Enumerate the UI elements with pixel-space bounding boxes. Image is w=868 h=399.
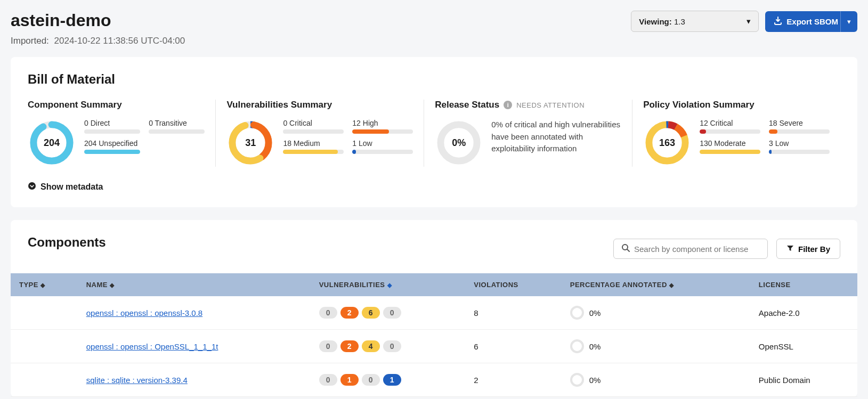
vuln-pill: 2 xyxy=(340,340,359,352)
component-summary: Component Summary 204 0 Direct 0 Trans xyxy=(28,100,216,167)
policy-title: Policy Violation Summary xyxy=(643,100,830,110)
component-total: 204 xyxy=(28,119,76,167)
vuln-pill: 0 xyxy=(319,340,337,352)
vuln-pills: 0240 xyxy=(319,340,457,352)
vuln-donut: 31 xyxy=(226,119,274,167)
policy-severe: 18 Severe xyxy=(769,119,830,127)
col-name[interactable]: NAME◆ xyxy=(78,273,311,296)
sort-icon: ◆ xyxy=(40,282,45,288)
cell-violations: 6 xyxy=(465,330,561,363)
components-card: Components Filter By TYPE◆ NAME◆ VULNERA… xyxy=(11,220,857,397)
vuln-pill: 0 xyxy=(383,307,401,319)
col-pct[interactable]: PERCENTAGE ANNOTATED◆ xyxy=(562,273,750,296)
bill-of-material-card: Bill of Material Component Summary 204 0… xyxy=(11,57,857,207)
col-violations: VIOLATIONS xyxy=(465,273,561,296)
cell-pct: 0% xyxy=(570,306,742,320)
page-title: astein-demo xyxy=(11,11,185,30)
policy-donut: 163 xyxy=(643,119,691,167)
critical-count: 0 Critical xyxy=(283,119,344,127)
direct-count: 0 Direct xyxy=(84,119,140,127)
sort-icon: ◆ xyxy=(110,282,115,288)
viewing-label: Viewing: xyxy=(639,17,671,26)
components-table: TYPE◆ NAME◆ VULNERABILITIES◆ VIOLATIONS … xyxy=(11,273,857,397)
viewing-dropdown[interactable]: Viewing: 1.3 ▾ xyxy=(631,11,759,32)
unspecified-count: 204 Unspecified xyxy=(84,139,140,148)
search-input[interactable] xyxy=(634,245,760,254)
transitive-count: 0 Transitive xyxy=(149,119,205,127)
policy-low: 3 Low xyxy=(769,139,830,148)
components-title: Components xyxy=(28,235,106,250)
component-link[interactable]: sqlite : sqlite : version-3.39.4 xyxy=(86,376,188,385)
vuln-total: 31 xyxy=(226,119,274,167)
col-type[interactable]: TYPE◆ xyxy=(11,273,78,296)
vuln-pill: 0 xyxy=(319,374,337,386)
release-title: Release Status xyxy=(435,100,499,110)
bom-title: Bill of Material xyxy=(28,72,840,87)
vuln-pill: 0 xyxy=(362,374,380,386)
cell-violations: 8 xyxy=(465,296,561,330)
export-label: Export SBOM xyxy=(786,17,838,26)
chevron-down-icon: ▾ xyxy=(847,18,851,26)
high-count: 12 High xyxy=(352,119,413,127)
release-pct: 0% xyxy=(435,119,483,167)
vuln-pill: 2 xyxy=(340,307,359,319)
vuln-pills: 0260 xyxy=(319,307,457,319)
vuln-pill: 1 xyxy=(383,374,401,386)
show-metadata-toggle[interactable]: Show metadata xyxy=(28,182,840,192)
component-link[interactable]: openssl : openssl : openssl-3.0.8 xyxy=(86,308,202,317)
col-license: LICENSE xyxy=(750,273,857,296)
download-icon xyxy=(774,17,782,27)
cell-license: Apache-2.0 xyxy=(750,296,857,330)
chevron-down-icon: ▾ xyxy=(747,17,751,26)
export-dropdown-button[interactable]: ▾ xyxy=(840,11,857,32)
sort-icon: ◆ xyxy=(669,282,674,288)
table-row: sqlite : sqlite : version-3.39.4 0101 2 … xyxy=(11,363,857,397)
vuln-pill: 1 xyxy=(340,374,359,386)
medium-count: 18 Medium xyxy=(283,139,344,148)
filter-label: Filter By xyxy=(798,245,830,254)
release-donut: 0% xyxy=(435,119,483,167)
search-icon xyxy=(621,243,630,254)
vuln-pill: 6 xyxy=(362,307,380,319)
sort-icon: ◆ xyxy=(387,282,392,288)
vuln-summary-title: Vulnerabilities Summary xyxy=(226,100,413,110)
cell-license: Public Domain xyxy=(750,363,857,397)
table-row: openssl : openssl : OpenSSL_1_1_1t 0240 … xyxy=(11,330,857,363)
show-metadata-label: Show metadata xyxy=(40,182,103,192)
filter-icon xyxy=(786,245,794,254)
cell-type xyxy=(11,330,78,363)
col-vulns[interactable]: VULNERABILITIES◆ xyxy=(311,273,466,296)
imported-line: Imported: 2024-10-22 11:38:56 UTC-04:00 xyxy=(11,36,185,46)
cell-pct: 0% xyxy=(570,339,742,353)
svg-point-11 xyxy=(28,182,36,190)
cell-license: OpenSSL xyxy=(750,330,857,363)
policy-critical: 12 Critical xyxy=(700,119,760,127)
info-icon[interactable]: i xyxy=(504,101,512,109)
cell-pct: 0% xyxy=(570,373,742,387)
filter-button[interactable]: Filter By xyxy=(776,239,840,259)
needs-attention-badge: NEEDS ATTENTION xyxy=(516,101,585,109)
export-sbom-button[interactable]: Export SBOM xyxy=(765,11,847,32)
mini-donut-icon xyxy=(570,373,584,387)
mini-donut-icon xyxy=(570,339,584,353)
policy-violation-summary: Policy Violation Summary 163 12 Critical xyxy=(632,100,840,167)
component-donut: 204 xyxy=(28,119,76,167)
release-text: 0% of critical and high vulnerabilities … xyxy=(491,119,621,155)
vuln-pill: 0 xyxy=(319,307,337,319)
component-summary-title: Component Summary xyxy=(28,100,205,110)
policy-moderate: 130 Moderate xyxy=(700,139,760,148)
component-link[interactable]: openssl : openssl : OpenSSL_1_1_1t xyxy=(86,342,218,351)
chevron-down-circle-icon xyxy=(28,182,36,192)
cell-violations: 2 xyxy=(465,363,561,397)
table-row: openssl : openssl : openssl-3.0.8 0260 8… xyxy=(11,296,857,330)
viewing-value: 1.3 xyxy=(674,17,685,26)
vulnerabilities-summary: Vulnerabilities Summary 31 0 Critical xyxy=(216,100,424,167)
vuln-pills: 0101 xyxy=(319,374,457,386)
low-count: 1 Low xyxy=(352,139,413,148)
cell-type xyxy=(11,363,78,397)
mini-donut-icon xyxy=(570,306,584,320)
vuln-pill: 0 xyxy=(383,340,401,352)
cell-type xyxy=(11,296,78,330)
release-status: Release Status i NEEDS ATTENTION 0% 0% o… xyxy=(424,100,632,167)
search-box[interactable] xyxy=(613,239,768,259)
